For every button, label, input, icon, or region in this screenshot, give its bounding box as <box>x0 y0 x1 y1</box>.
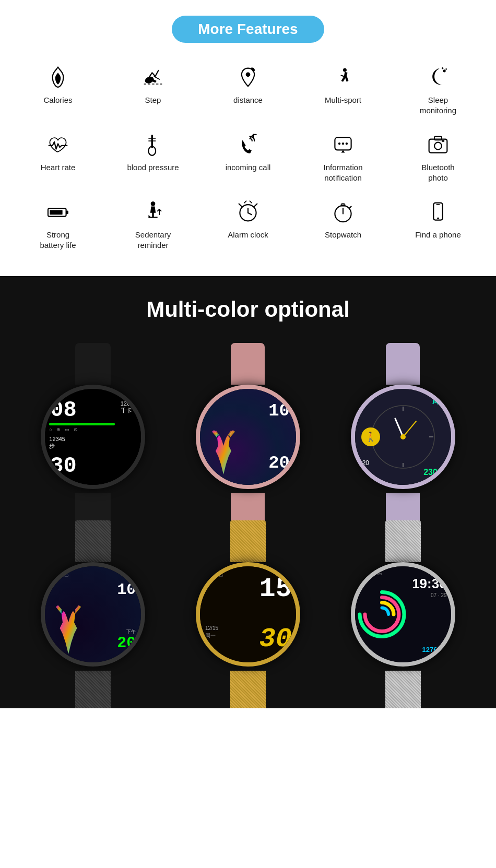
feature-sleep: Sleepmonitoring <box>391 58 486 121</box>
watch-purple-rubber: 🚶 周一 20 23059 步 <box>330 343 475 505</box>
watch-body-4: ⊕ ▭▭▭ 10 20 下午 <box>41 562 145 667</box>
incomingcall-label: incoming call <box>226 162 271 173</box>
watch-silver-mesh: ⊕⊕▭▭▭ 19:30 07 · 29 12768步 <box>330 520 475 682</box>
watch-container-1: 08 1200千卡 ○⊕▭⊙ 12345步 30 <box>33 343 153 505</box>
feature-battery: Strongbattery life <box>10 193 105 255</box>
watch-pink-rubber: 10 20 <box>176 343 321 505</box>
svg-point-4 <box>343 68 347 72</box>
findphone-label: Find a phone <box>415 230 461 240</box>
watch-container-6: ⊕⊕▭▭▭ 19:30 07 · 29 12768步 <box>343 520 463 682</box>
steps-6: 12768步 <box>422 645 448 655</box>
watch-body-5: ⊕ ▭▭▭ 15 30 12/15 周一 <box>196 562 300 667</box>
progress-bars-1: ○⊕▭⊙ <box>49 423 137 432</box>
calories-icon <box>44 64 72 91</box>
incomingcall-icon <box>234 131 262 158</box>
battery-icon <box>44 198 72 225</box>
bluetoothphoto-label: Bluetoothphoto <box>421 162 454 183</box>
watch-body-3: 🚶 周一 20 23059 步 <box>351 385 455 489</box>
svg-line-5 <box>341 76 344 77</box>
feature-multisport: Multi-sport <box>296 58 391 121</box>
features-title: More Features <box>172 16 324 43</box>
watch-body-1: 08 1200千卡 ○⊕▭⊙ 12345步 30 <box>41 385 145 489</box>
alarm-label: Alarm clock <box>228 230 268 240</box>
watch-face-4: ⊕ ▭▭▭ 10 20 下午 <box>45 566 141 662</box>
stepslabel-3: 步 <box>442 475 447 482</box>
band-top-2 <box>231 343 265 385</box>
date-6: 07 · 29 <box>431 592 447 598</box>
band-top-1 <box>75 343 111 385</box>
colors-section: Multi-color optional 08 1200千卡 ○⊕▭⊙ <box>0 276 496 708</box>
min-2: 20 <box>268 454 290 472</box>
pm-4: 下午 <box>126 628 136 635</box>
svg-point-48 <box>400 434 406 439</box>
band-top-3 <box>386 343 420 385</box>
battery-label: Strongbattery life <box>40 230 76 250</box>
feature-bluetoothphoto: Bluetoothphoto <box>391 126 486 188</box>
svg-point-27 <box>151 201 156 206</box>
feature-findphone: Find a phone <box>391 193 486 255</box>
svg-point-8 <box>445 68 447 70</box>
feature-bloodpressure: blood pressure <box>105 126 200 188</box>
watch-container-4: ⊕ ▭▭▭ 10 20 下午 <box>33 520 153 682</box>
step-icon <box>139 64 167 91</box>
feature-heartrate: Heart rate <box>10 126 105 188</box>
features-title-wrap: More Features <box>10 16 486 43</box>
features-section: More Features Calories Step <box>0 0 496 276</box>
multisport-label: Multi-sport <box>325 95 361 105</box>
watch-body-6: ⊕⊕▭▭▭ 19:30 07 · 29 12768步 <box>351 562 455 667</box>
sedentary-label: Sedentaryreminder <box>135 230 171 250</box>
watch-body-2: 10 20 <box>196 385 300 489</box>
svg-point-19 <box>346 142 348 145</box>
svg-line-32 <box>248 213 252 215</box>
stopwatch-icon <box>329 198 357 225</box>
band-top-4 <box>75 520 111 562</box>
feature-step: Step <box>105 58 200 121</box>
calories-1: 1200千卡 <box>121 400 133 414</box>
svg-rect-26 <box>50 210 62 215</box>
band-bottom-6 <box>385 671 421 708</box>
steps-label-1: 12345步 <box>49 436 65 450</box>
day-5: 周一 <box>205 632 216 639</box>
green-bar-1 <box>49 423 115 425</box>
watch-black-rubber: 08 1200千卡 ○⊕▭⊙ 12345步 30 <box>21 343 166 505</box>
svg-line-37 <box>349 207 351 208</box>
feature-calories: Calories <box>10 58 105 121</box>
step-label: Step <box>145 95 161 105</box>
hr-4: 10 <box>117 581 136 599</box>
feature-incomingcall: incoming call <box>200 126 296 188</box>
feature-sedentary: Sedentaryreminder <box>105 193 200 255</box>
icons-row-1: ○⊕▭⊙ <box>49 427 137 432</box>
watch-gold-mesh: ⊕ ▭▭▭ 15 30 12/15 周一 <box>176 520 321 682</box>
heartrate-icon <box>44 131 72 158</box>
features-grid: Calories Step distance <box>10 58 486 255</box>
svg-line-47 <box>403 421 416 437</box>
icons-5: ⊕ ▭▭▭ <box>204 573 224 578</box>
distance-icon <box>234 64 262 91</box>
date-5: 12/15 <box>205 625 218 631</box>
band-bottom-4 <box>75 671 111 708</box>
bloodpressure-icon <box>139 131 167 158</box>
band-top-5 <box>230 520 266 562</box>
band-top-6 <box>385 520 421 562</box>
calories-label: Calories <box>43 95 72 105</box>
findphone-icon <box>424 198 452 225</box>
feature-distance: distance <box>200 58 296 121</box>
svg-point-17 <box>338 142 340 145</box>
feature-alarm: Alarm clock <box>200 193 296 255</box>
min-5: 30 <box>259 626 292 653</box>
bloodpressure-label: blood pressure <box>127 162 179 173</box>
notification-label: Informationnotification <box>323 162 362 183</box>
svg-line-46 <box>395 419 403 437</box>
watch-black-mesh: ⊕ ▭▭▭ 10 20 下午 <box>21 520 166 682</box>
watch-container-5: ⊕ ▭▭▭ 15 30 12/15 周一 <box>188 520 308 682</box>
feature-stopwatch: Stopwatch <box>296 193 391 255</box>
feature-notification: Informationnotification <box>296 126 391 188</box>
svg-line-1 <box>154 76 160 79</box>
watch-face-6: ⊕⊕▭▭▭ 19:30 07 · 29 12768步 <box>355 566 451 662</box>
multisport-icon <box>329 64 357 91</box>
hr-5: 15 <box>259 576 292 603</box>
arcs-svg-6 <box>357 590 407 639</box>
svg-rect-25 <box>66 210 68 214</box>
svg-point-6 <box>443 69 446 72</box>
walk-icon-3: 🚶 <box>361 427 380 446</box>
